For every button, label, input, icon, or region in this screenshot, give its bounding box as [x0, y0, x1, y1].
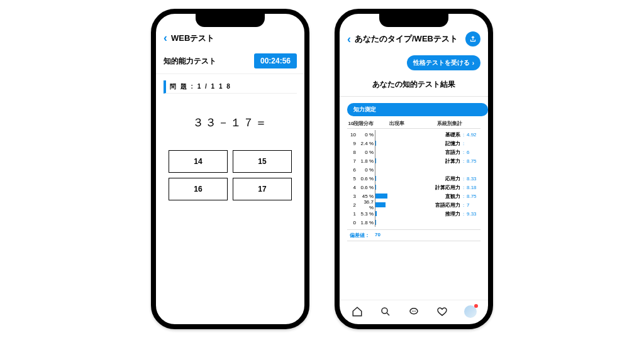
- answer-option[interactable]: 17: [233, 178, 292, 200]
- col-rate: 出現率: [375, 120, 419, 129]
- answer-option[interactable]: 16: [169, 178, 228, 200]
- avatar-icon: [464, 305, 477, 318]
- device-notch: [379, 13, 448, 27]
- value-cell: 8.33: [467, 176, 480, 182]
- bar-cell: [375, 200, 405, 209]
- result-heading: あなたの知的テスト結果: [340, 75, 488, 97]
- bar-cell: [375, 156, 405, 165]
- device-notch: [196, 13, 265, 27]
- back-icon[interactable]: ‹: [347, 33, 351, 46]
- pct-cell: 0 %: [358, 150, 375, 155]
- value-cell: 6: [467, 150, 480, 155]
- bar-cell: [375, 192, 405, 200]
- table-row: 60 %: [347, 165, 480, 174]
- value-cell: 8.18: [467, 185, 480, 190]
- level-cell: 10: [347, 132, 358, 138]
- category-cell: 言語応用力: [405, 202, 463, 209]
- table-row: 15.3 %推理力:9.33: [347, 209, 480, 218]
- category-cell: 基礎系: [405, 131, 463, 138]
- answer-option[interactable]: 15: [233, 150, 292, 173]
- bar-cell: [375, 130, 405, 139]
- bar-cell: [375, 165, 405, 174]
- question-text: ３３－１７＝: [156, 115, 304, 130]
- pct-cell: 0 %: [358, 132, 375, 138]
- home-icon: [352, 306, 363, 317]
- table-row: 236.7 %言語応用力:7: [347, 200, 480, 209]
- col-dist: 10段階分布: [347, 120, 375, 129]
- table-row: 40.6 %計算応用力:8.18: [347, 183, 480, 192]
- search-icon: [380, 306, 391, 317]
- bar-fill: [375, 194, 387, 199]
- bar-cell: [375, 139, 405, 148]
- level-cell: 3: [347, 194, 358, 199]
- cta-label: 性格テストを受ける: [413, 58, 470, 67]
- level-cell: 2: [347, 202, 358, 208]
- bar-fill: [375, 211, 377, 216]
- tab-home[interactable]: [351, 305, 364, 318]
- personality-test-button[interactable]: 性格テストを受ける ›: [407, 55, 480, 70]
- bar-cell: [375, 183, 405, 192]
- progress-indicator: 問 題 : 1 / 1 1 8: [164, 80, 297, 94]
- deviation-label: 偏差値：: [350, 232, 370, 239]
- category-cell: 記憶力: [405, 140, 463, 147]
- header-title: あなたのタイプ/WEBテスト: [355, 33, 458, 45]
- header-title: WEBテスト: [171, 33, 214, 44]
- pct-cell: 0.6 %: [358, 176, 375, 182]
- deviation-row: 偏差値： 70: [347, 229, 480, 241]
- phone-results: ‹ あなたのタイプ/WEBテスト 性格テストを受ける › あなたの知的テスト結果…: [335, 9, 493, 329]
- table-row: 50.6 %応用力:8.33: [347, 174, 480, 183]
- svg-point-0: [382, 308, 387, 313]
- heart-icon: [436, 306, 448, 317]
- bar-fill: [375, 158, 376, 163]
- colon: :: [463, 141, 467, 146]
- value-cell: 7: [467, 202, 480, 208]
- table-row: 80 %言語力:6: [347, 148, 480, 156]
- category-cell: 計算力: [405, 158, 463, 165]
- data-table: 100 %基礎系:4.9292.4 %記憶力:80 %言語力:671.8 %計算…: [340, 130, 488, 227]
- table-row: 71.8 %計算力:8.75: [347, 156, 480, 165]
- tab-favorites[interactable]: [436, 305, 448, 318]
- category-cell: 言語力: [405, 149, 463, 156]
- pct-cell: 1.8 %: [358, 220, 375, 226]
- answer-grid: 14 15 16 17: [156, 150, 304, 200]
- category-cell: 計算応用力: [405, 184, 463, 191]
- back-icon[interactable]: ‹: [164, 31, 167, 45]
- tab-chat[interactable]: [408, 305, 420, 318]
- tab-bar: [340, 300, 488, 324]
- deviation-value: 70: [375, 232, 380, 239]
- tab-profile[interactable]: [464, 305, 477, 318]
- level-cell: 9: [347, 141, 358, 146]
- table-headers: 10段階分布 出現率 系統別集計: [347, 120, 480, 129]
- pct-cell: 2.4 %: [358, 141, 375, 146]
- col-agg: 系統別集計: [419, 120, 480, 129]
- category-cell: 応用力: [405, 175, 463, 182]
- table-row: 92.4 %記憶力:: [347, 139, 480, 148]
- category-cell: 直観力: [405, 193, 463, 200]
- test-name: 知的能力テスト: [164, 56, 216, 67]
- section-chip: 知力測定: [347, 103, 488, 116]
- category-cell: 推理力: [405, 210, 463, 217]
- pct-cell: 0.6 %: [358, 185, 375, 190]
- bar-cell: [375, 209, 405, 218]
- share-button[interactable]: [465, 31, 480, 46]
- level-cell: 5: [347, 176, 358, 182]
- table-row: 01.8 %: [347, 218, 480, 227]
- level-cell: 7: [347, 158, 358, 164]
- answer-option[interactable]: 14: [169, 150, 228, 173]
- bar-fill: [375, 220, 376, 225]
- bar-fill: [375, 141, 376, 146]
- pct-cell: 45 %: [358, 194, 375, 199]
- table-row: 100 %基礎系:4.92: [347, 130, 480, 139]
- phone-quiz: ‹ WEBテスト 知的能力テスト 00:24:56 問 題 : 1 / 1 1 …: [151, 9, 309, 329]
- bar-cell: [375, 148, 405, 156]
- level-cell: 6: [347, 167, 358, 173]
- value-cell: 8.75: [467, 194, 480, 199]
- level-cell: 0: [347, 220, 358, 226]
- value-cell: 8.75: [467, 158, 480, 164]
- tab-search[interactable]: [379, 305, 392, 318]
- timer-badge: 00:24:56: [254, 53, 297, 68]
- chevron-right-icon: ›: [472, 60, 474, 67]
- value-cell: 9.33: [467, 211, 480, 217]
- level-cell: 4: [347, 185, 358, 190]
- pct-cell: 5.3 %: [358, 211, 375, 217]
